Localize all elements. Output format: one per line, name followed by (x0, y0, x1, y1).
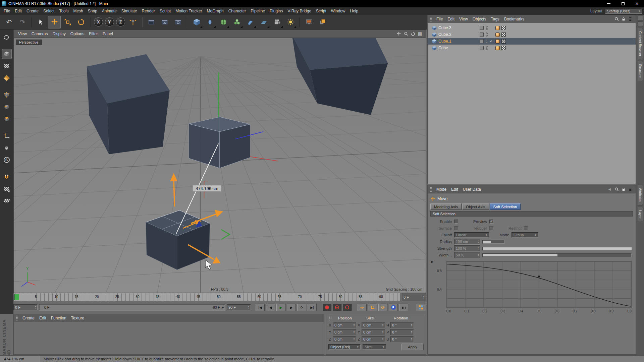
size-y-field[interactable]: 0 cm (362, 329, 385, 335)
move-tool-button[interactable] (48, 16, 61, 28)
texture-tag-icon[interactable] (501, 39, 506, 44)
rotate-tool-button[interactable] (75, 16, 88, 28)
menu-help[interactable]: Help (347, 8, 361, 14)
interactive-render-region-button[interactable] (303, 16, 315, 28)
om-menu-edit[interactable]: Edit (445, 16, 457, 22)
object-name[interactable]: Cube.1 (438, 39, 478, 44)
pan-view-icon[interactable] (396, 31, 402, 37)
minimize-button[interactable] (602, 0, 616, 7)
environment-floor-button[interactable] (257, 16, 270, 28)
render-view-button[interactable] (145, 16, 158, 28)
panel-grip[interactable] (16, 315, 18, 321)
next-frame-button[interactable]: ▶ (287, 304, 296, 311)
menu-file[interactable]: File (1, 8, 12, 14)
menu-plugins[interactable]: Plugins (267, 8, 285, 14)
object-name[interactable]: Cube.3 (438, 25, 478, 30)
visibility-dots-icon[interactable] (485, 39, 488, 43)
object-row[interactable]: Cube.3 (428, 24, 636, 31)
menu-mesh[interactable]: Mesh (71, 8, 85, 14)
workplane-button[interactable] (2, 196, 12, 206)
object-row[interactable]: Cube (428, 45, 636, 51)
am-menu-mode[interactable]: Mode (434, 186, 449, 193)
live-selection-button[interactable] (35, 16, 47, 28)
mat-menu-function[interactable]: Function (49, 315, 69, 321)
falloff-curve-graph[interactable] (446, 261, 632, 308)
close-button[interactable]: ✕ (630, 0, 644, 7)
enable-checkbox[interactable] (454, 220, 458, 224)
visibility-dots-icon[interactable] (485, 33, 488, 37)
mograph-cloner-button[interactable] (230, 16, 243, 28)
mat-menu-texture[interactable]: Texture (69, 315, 87, 321)
primitive-cube-button[interactable] (190, 16, 203, 28)
keyframe-selection-button[interactable] (343, 304, 352, 311)
camera-button[interactable] (271, 16, 283, 28)
width-spinner[interactable] (478, 253, 479, 257)
vp-menu-view[interactable]: View (16, 31, 29, 37)
end-frame-field[interactable]: 90 F (227, 304, 251, 310)
phong-tag-icon[interactable] (495, 39, 500, 44)
content-browser-button[interactable] (316, 16, 329, 28)
position-y-field[interactable]: 0 cm (333, 329, 356, 335)
layout-dropdown[interactable]: Startup (User) (605, 8, 642, 14)
panel-grip[interactable] (430, 16, 432, 22)
scale-tool-button[interactable] (61, 16, 74, 28)
om-menu-objects[interactable]: Objects (470, 16, 489, 22)
material-list-area[interactable] (14, 322, 324, 354)
viewport-canvas[interactable]: 474.196 cm Y Perspective FPS : 80.3 Grid… (14, 38, 426, 293)
menu-create[interactable]: Create (24, 8, 41, 14)
undo-button[interactable]: ↶ (3, 16, 15, 28)
om-menu-tags[interactable]: Tags (489, 16, 502, 22)
am-options-icon[interactable] (628, 186, 634, 192)
am-search-icon[interactable] (613, 186, 620, 192)
history-back-icon[interactable]: ◀ (606, 186, 612, 192)
subdivision-surface-button[interactable] (217, 16, 230, 28)
object-state-icon[interactable] (480, 39, 484, 43)
y-axis-lock-button[interactable]: Y (105, 17, 114, 26)
menu-render[interactable]: Render (140, 8, 157, 14)
object-name[interactable]: Cube (438, 46, 478, 50)
panel-pin-icon[interactable] (638, 21, 643, 26)
record-position-button[interactable] (358, 304, 367, 311)
position-z-field[interactable]: 0 cm (333, 336, 356, 342)
timeline-options-button[interactable] (416, 304, 426, 311)
menu-window[interactable]: Window (329, 8, 348, 14)
vp-menu-panel[interactable]: Panel (100, 31, 115, 37)
vp-menu-cameras[interactable]: Cameras (29, 31, 50, 37)
object-state-icon[interactable] (480, 26, 484, 30)
panel-grip[interactable] (329, 315, 332, 321)
rubber-checkbox[interactable] (489, 226, 493, 230)
tab-content-browser[interactable]: Content Browser (638, 28, 643, 59)
play-button[interactable]: ▶ (276, 304, 285, 311)
current-frame-spinner[interactable]: 0 F (402, 293, 426, 301)
coordinate-system-button[interactable] (126, 16, 139, 28)
tab-layer[interactable]: Layer (638, 207, 643, 222)
rotation-h-field[interactable]: 0 ° (390, 322, 414, 328)
goto-end-button[interactable]: ▶| (308, 304, 317, 311)
menu-edit[interactable]: Edit (12, 8, 24, 14)
menu-vray-bridge[interactable]: V-Ray Bridge (285, 8, 314, 14)
menu-motion-tracker[interactable]: Motion Tracker (173, 8, 204, 14)
autokeying-button[interactable] (333, 304, 341, 311)
om-options-icon[interactable] (628, 16, 634, 22)
redo-button[interactable]: ↷ (16, 16, 29, 28)
position-x-field[interactable]: 0 cm (333, 322, 356, 328)
axis-mode-button[interactable] (2, 131, 12, 141)
object-row-selected[interactable]: Cube.1 (428, 38, 636, 45)
edit-render-settings-button[interactable] (172, 16, 184, 28)
tab-attributes[interactable]: Attributes (638, 185, 643, 205)
cube-object-top-right[interactable] (292, 38, 388, 115)
z-axis-lock-button[interactable]: Z (116, 17, 125, 26)
surface-checkbox[interactable] (454, 226, 458, 230)
am-menu-userdata[interactable]: User Data (461, 186, 483, 193)
record-rotation-button[interactable]: ⟳ (378, 304, 387, 311)
am-lock-icon[interactable] (621, 186, 627, 192)
tweak-mode-button[interactable] (2, 143, 12, 153)
x-axis-lock-button[interactable]: X (94, 17, 103, 26)
falloff-dropdown[interactable]: Linear (454, 232, 489, 238)
texture-tag-icon[interactable] (501, 33, 506, 37)
play-mode-button[interactable]: ⟳ (297, 304, 306, 311)
tab-modeling-axis[interactable]: Modeling Axis (430, 203, 462, 210)
object-row[interactable]: Cube.2 (428, 31, 636, 38)
object-state-icon[interactable] (480, 33, 484, 37)
size-mode-dropdown[interactable]: Size (363, 344, 386, 350)
